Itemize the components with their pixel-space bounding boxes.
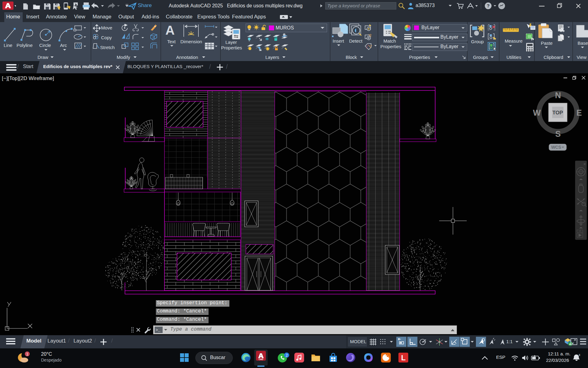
svg-text:TOP: TOP [552, 110, 563, 116]
svg-text:S: S [555, 129, 561, 139]
svg-text:W: W [533, 108, 541, 117]
svg-text:E: E [576, 108, 582, 117]
svg-text:WCS: WCS [551, 145, 561, 150]
svg-text:1: 1 [26, 352, 28, 356]
svg-text:z: z [579, 353, 580, 356]
svg-text:N: N [555, 91, 561, 100]
svg-text:CAD: CAD [258, 358, 263, 360]
svg-text:L: L [401, 354, 406, 362]
svg-text:2: 2 [286, 353, 288, 358]
